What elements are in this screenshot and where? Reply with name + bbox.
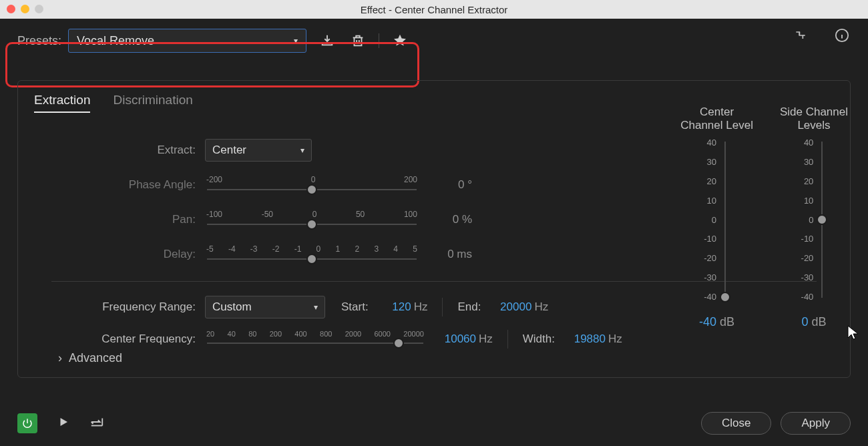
favorite-preset-button[interactable] (390, 31, 410, 51)
presets-dropdown[interactable]: Vocal Remove ▾ (68, 29, 306, 53)
pan-label: Pan: (18, 213, 205, 226)
side-level-title: Side Channel Levels (780, 103, 848, 138)
advanced-label: Advanced (69, 351, 122, 365)
chevron-down-icon: ▾ (314, 302, 318, 312)
presets-value: Vocal Remove (77, 34, 154, 48)
center-level-title: Center Channel Level (680, 103, 753, 138)
pan-value: 0 % (419, 213, 479, 226)
apply-button[interactable]: Apply (781, 412, 851, 435)
slider-handle[interactable] (817, 214, 827, 225)
side-level-slider[interactable] (817, 138, 827, 302)
pan-ticks: -100-50050100 (205, 210, 419, 219)
loop-button[interactable] (89, 415, 104, 432)
pan-slider[interactable] (205, 219, 419, 230)
width-input[interactable]: 19880 (555, 332, 606, 346)
side-level-value: 0 dB (801, 315, 826, 329)
power-toggle[interactable] (17, 413, 37, 433)
center-frequency-label: Center Frequency: (18, 332, 205, 346)
center-level-slider[interactable] (720, 138, 730, 302)
delete-preset-button[interactable] (348, 31, 368, 51)
chevron-down-icon: ▾ (300, 146, 304, 155)
extract-dropdown[interactable]: Center ▾ (205, 139, 312, 162)
info-button[interactable] (832, 25, 852, 45)
frequency-range-label: Frequency Range: (18, 300, 205, 314)
delay-value: 0 ms (419, 248, 479, 261)
end-frequency-input[interactable]: 20000 (481, 300, 531, 314)
unit-hz: Hz (479, 332, 493, 346)
divider (379, 33, 379, 48)
slider-handle[interactable] (393, 338, 404, 349)
routing-button[interactable] (791, 25, 811, 45)
start-frequency-input[interactable]: 120 (369, 300, 411, 314)
extract-value: Center (212, 144, 246, 157)
unit-hz: Hz (608, 332, 622, 346)
delay-label: Delay: (18, 248, 205, 261)
close-window-icon[interactable] (7, 5, 15, 13)
phase-angle-label: Phase Angle: (18, 178, 205, 192)
play-button[interactable] (57, 416, 69, 431)
extract-label: Extract: (18, 144, 205, 157)
chevron-down-icon: ▾ (294, 36, 298, 45)
end-label: End: (457, 300, 481, 314)
start-label: Start: (341, 300, 369, 314)
slider-handle[interactable] (306, 184, 317, 195)
phase-ticks: -2000200 (205, 175, 419, 184)
side-level-ticks: 403020100-10-20-30-40 (801, 138, 818, 302)
close-button[interactable]: Close (701, 412, 771, 435)
center-level-value: -40 dB (699, 315, 734, 329)
width-label: Width: (523, 332, 555, 346)
unit-hz: Hz (534, 300, 548, 314)
frequency-range-dropdown[interactable]: Custom ▾ (205, 296, 325, 318)
tab-discrimination[interactable]: Discrimination (113, 93, 192, 113)
window-titlebar: Effect - Center Channel Extractor (0, 0, 868, 19)
frequency-range-value: Custom (212, 300, 252, 314)
center-level-ticks: 403020100-10-20-30-40 (704, 138, 720, 302)
centerfreq-ticks: 2040802004008002000600020000 (205, 330, 425, 338)
advanced-toggle[interactable]: › Advanced (58, 351, 122, 365)
zoom-window-icon[interactable] (35, 5, 43, 13)
divider (442, 298, 443, 316)
slider-handle[interactable] (720, 292, 730, 302)
center-frequency-slider[interactable] (205, 338, 425, 349)
presets-label: Presets: (17, 34, 61, 48)
window-title: Effect - Center Channel Extractor (361, 4, 508, 15)
delay-ticks: -5-4-3-2-1012345 (205, 244, 419, 254)
footer-bar: Close Apply (0, 409, 868, 438)
center-frequency-input[interactable]: 10060 (425, 332, 476, 346)
tab-extraction[interactable]: Extraction (34, 93, 90, 113)
slider-handle[interactable] (306, 254, 317, 264)
minimize-window-icon[interactable] (21, 5, 29, 13)
chevron-right-icon: › (58, 351, 62, 365)
preset-row: Presets: Vocal Remove ▾ (0, 19, 868, 63)
delay-slider[interactable] (205, 254, 419, 264)
unit-hz: Hz (414, 300, 428, 314)
save-preset-button[interactable] (317, 31, 337, 51)
slider-handle[interactable] (306, 219, 317, 230)
phase-angle-value: 0 ° (419, 178, 479, 192)
phase-angle-slider[interactable] (205, 184, 419, 195)
divider (507, 330, 508, 349)
